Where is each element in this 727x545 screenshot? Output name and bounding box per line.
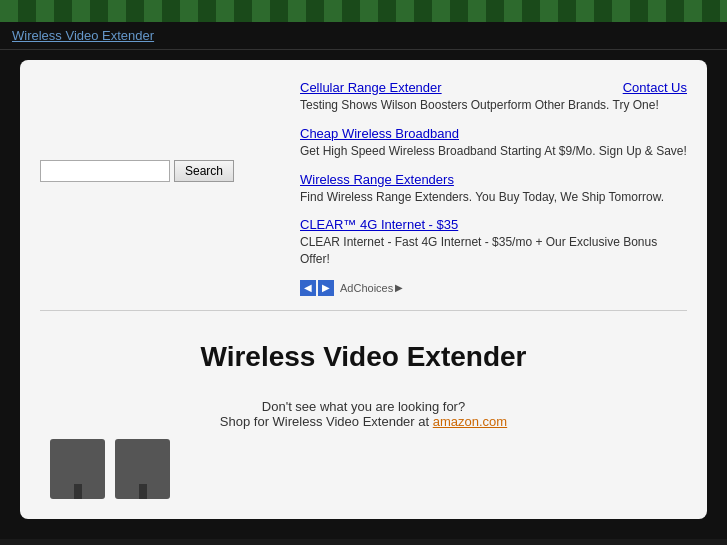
header-title-link[interactable]: Wireless Video Extender	[12, 28, 154, 43]
device-icon-1	[50, 439, 105, 499]
search-box: Search	[40, 160, 280, 182]
amazon-text: Don't see what you are looking for?	[40, 399, 687, 414]
adchoices-label: AdChoices ▶	[340, 282, 403, 294]
ad-item: Cheap Wireless Broadband Get High Speed …	[300, 126, 687, 160]
divider	[40, 310, 687, 311]
ad-description: Testing Shows Wilson Boosters Outperform…	[300, 97, 687, 114]
amazon-link[interactable]: amazon.com	[433, 414, 507, 429]
ad-description: CLEAR Internet - Fast 4G Internet - $35/…	[300, 234, 687, 268]
page-title: Wireless Video Extender	[40, 341, 687, 373]
header-bar: Wireless Video Extender	[0, 22, 727, 50]
amazon-section: Don't see what you are looking for? Shop…	[40, 399, 687, 429]
nav-arrows: ◀ ▶	[300, 280, 334, 296]
search-button[interactable]: Search	[174, 160, 234, 182]
ads-column: Cellular Range Extender Testing Shows Wi…	[290, 80, 687, 296]
adchoices-icon: ▶	[395, 282, 403, 293]
ad-item: Wireless Range Extenders Find Wireless R…	[300, 172, 687, 206]
main-content: Contact Us Search Cellular Range Extende…	[0, 50, 727, 539]
top-banner	[0, 0, 727, 22]
bottom-icons	[40, 429, 687, 499]
contact-us-link[interactable]: Contact Us	[623, 80, 687, 95]
ad-description: Get High Speed Wireless Broadband Starti…	[300, 143, 687, 160]
adchoices-row: ◀ ▶ AdChoices ▶	[300, 280, 687, 296]
contact-us: Contact Us	[623, 80, 687, 95]
left-column: Search	[40, 80, 280, 296]
card-inner: Search Cellular Range Extender Testing S…	[40, 80, 687, 296]
device-icon-2	[115, 439, 170, 499]
ad-title-link[interactable]: Wireless Range Extenders	[300, 172, 687, 187]
next-arrow[interactable]: ▶	[318, 280, 334, 296]
page-title-section: Wireless Video Extender	[40, 331, 687, 383]
amazon-link-text: Shop for Wireless Video Extender at amaz…	[40, 414, 687, 429]
search-input[interactable]	[40, 160, 170, 182]
ad-title-link[interactable]: CLEAR™ 4G Internet - $35	[300, 217, 687, 232]
white-card: Contact Us Search Cellular Range Extende…	[20, 60, 707, 519]
ad-description: Find Wireless Range Extenders. You Buy T…	[300, 189, 687, 206]
ad-item: CLEAR™ 4G Internet - $35 CLEAR Internet …	[300, 217, 687, 268]
prev-arrow[interactable]: ◀	[300, 280, 316, 296]
ad-title-link[interactable]: Cheap Wireless Broadband	[300, 126, 687, 141]
